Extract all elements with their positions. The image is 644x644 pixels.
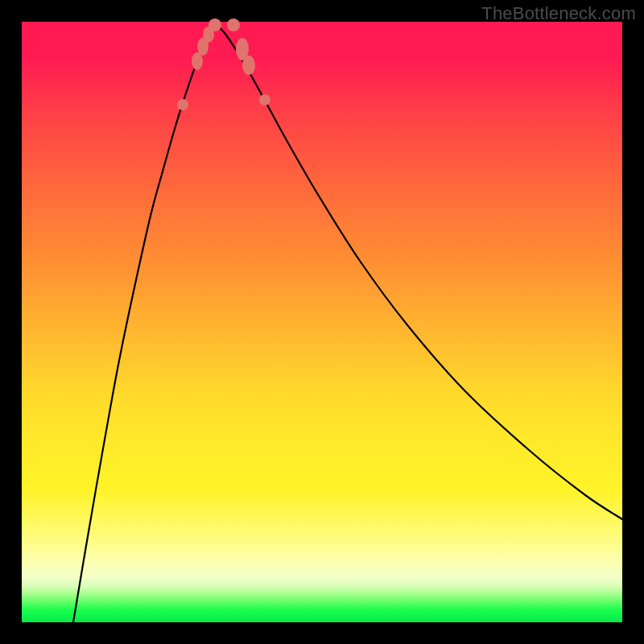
plot-area (22, 22, 622, 622)
curve-layer (22, 22, 622, 622)
bead-right-2 (242, 56, 255, 75)
small-dot-upper-left (177, 99, 188, 110)
curve-right-branch (217, 25, 622, 519)
floor-dot-right (227, 19, 240, 31)
curve-left-branch (73, 25, 217, 622)
curve-group (73, 25, 622, 622)
floor-dot-left (208, 19, 221, 31)
watermark-text: TheBottleneck.com (481, 3, 636, 24)
small-dot-upper-right (259, 94, 270, 105)
outer-frame: TheBottleneck.com (0, 0, 644, 644)
